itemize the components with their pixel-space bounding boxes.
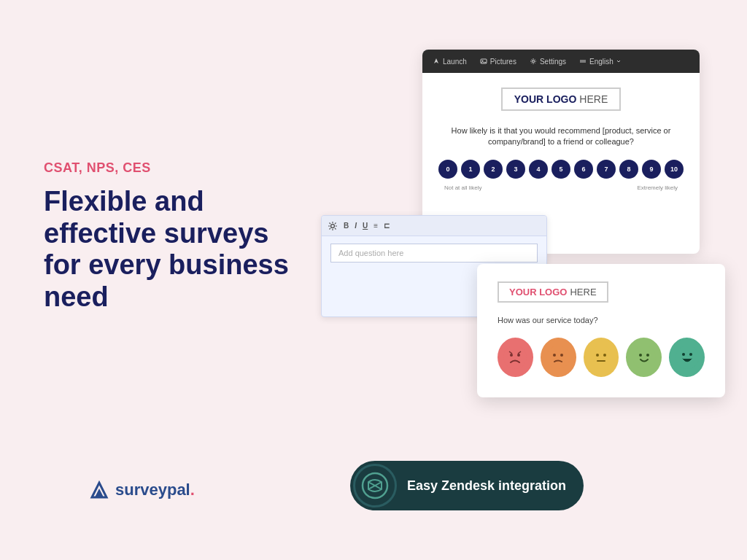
nps-btn-8[interactable]: 8 [619, 160, 638, 179]
csat-logo-bold: YOUR LOGO [509, 287, 567, 298]
happy-face [632, 345, 657, 370]
nps-btn-10[interactable]: 10 [665, 160, 684, 179]
nps-btn-4[interactable]: 4 [529, 160, 548, 179]
chevron-down-icon [616, 59, 621, 63]
nps-btn-2[interactable]: 2 [484, 160, 503, 179]
nps-btn-9[interactable]: 9 [642, 160, 661, 179]
zendesk-logo-icon [361, 472, 389, 499]
svg-point-13 [510, 354, 513, 357]
emoji-very-happy[interactable] [669, 338, 705, 377]
svg-point-8 [532, 61, 534, 63]
very-happy-face [675, 345, 700, 370]
svg-point-14 [517, 354, 520, 357]
gear-icon[interactable] [328, 221, 338, 231]
nps-labels: Not at all likely Extremely likely [444, 184, 678, 191]
emoji-row [498, 338, 705, 377]
emoji-unhappy[interactable] [541, 338, 576, 377]
mockup-body: YOUR LOGO HERE How likely is it that you… [422, 73, 700, 206]
zendesk-label: Easy Zendesk integration [407, 478, 566, 494]
bold-icon[interactable]: B [344, 222, 349, 230]
topbar-settings[interactable]: Settings [530, 58, 566, 66]
very-unhappy-face [503, 345, 527, 370]
nps-btn-0[interactable]: 0 [438, 160, 457, 179]
logo-bold-text: YOUR LOGO [514, 93, 577, 105]
nps-btn-6[interactable]: 6 [574, 160, 593, 179]
svg-point-19 [560, 354, 563, 357]
emoji-neutral[interactable] [584, 338, 619, 377]
svg-point-27 [676, 346, 699, 369]
emoji-very-unhappy[interactable] [498, 338, 533, 377]
underline-icon[interactable]: U [363, 222, 368, 230]
svg-point-26 [646, 354, 649, 357]
svg-point-20 [589, 346, 613, 369]
launch-icon [433, 58, 440, 65]
editor-toolbar: B I U ≡ ⊏ [322, 216, 546, 236]
svg-marker-5 [434, 58, 438, 63]
svg-point-12 [503, 346, 527, 369]
neutral-face [589, 345, 614, 370]
svg-point-22 [603, 354, 606, 357]
csat-question: How was our service today? [498, 316, 705, 324]
nps-btn-5[interactable]: 5 [551, 160, 570, 179]
language-icon [579, 58, 587, 65]
svg-point-18 [553, 354, 556, 357]
pictures-icon [480, 58, 487, 65]
italic-icon[interactable]: I [355, 222, 357, 230]
csat-logo: YOUR LOGO HERE [498, 281, 608, 303]
nps-btn-7[interactable]: 7 [597, 160, 616, 179]
emoji-happy[interactable] [626, 338, 662, 377]
surveypal-text: surveypal. [115, 481, 195, 499]
surveypal-icon [88, 478, 111, 502]
nps-buttons: 0 1 2 3 4 5 6 7 8 9 10 [438, 160, 684, 179]
surveypal-logo: surveypal. [88, 478, 195, 502]
question-input[interactable]: Add question here [330, 244, 538, 262]
unhappy-face [546, 345, 570, 370]
svg-point-24 [632, 346, 656, 369]
mockup-topbar: Launch Pictures Settings English [422, 50, 700, 73]
csat-logo-normal: HERE [570, 287, 596, 298]
svg-point-25 [639, 354, 642, 357]
left-content: CSAT, NPS, CES Flexible and effective su… [44, 160, 306, 314]
topbar-launch[interactable]: Launch [433, 58, 467, 66]
settings-icon [530, 58, 537, 65]
nps-question: How likely is it that you would recommen… [444, 125, 678, 148]
svg-point-29 [689, 353, 692, 356]
list-icon[interactable]: ≡ [374, 222, 378, 230]
svg-point-11 [331, 224, 335, 228]
svg-point-17 [546, 346, 570, 369]
link-icon[interactable]: ⊏ [384, 222, 390, 230]
csat-mockup: YOUR LOGO HERE How was our service today… [477, 264, 725, 397]
nps-btn-3[interactable]: 3 [506, 160, 525, 179]
nps-label-right: Extremely likely [637, 184, 678, 191]
tag-label: CSAT, NPS, CES [44, 160, 306, 176]
logo-placeholder: YOUR LOGO HERE [501, 88, 621, 111]
topbar-english[interactable]: English [579, 58, 621, 66]
nps-label-left: Not at all likely [444, 184, 482, 191]
zendesk-badge[interactable]: Easy Zendesk integration [350, 461, 584, 510]
nps-btn-1[interactable]: 1 [461, 160, 480, 179]
headline: Flexible and effective surveys for every… [44, 186, 306, 314]
svg-point-21 [596, 354, 599, 357]
topbar-pictures[interactable]: Pictures [480, 58, 516, 66]
zendesk-icon [353, 464, 397, 508]
svg-point-28 [682, 353, 685, 356]
logo-normal-text: HERE [579, 93, 608, 105]
